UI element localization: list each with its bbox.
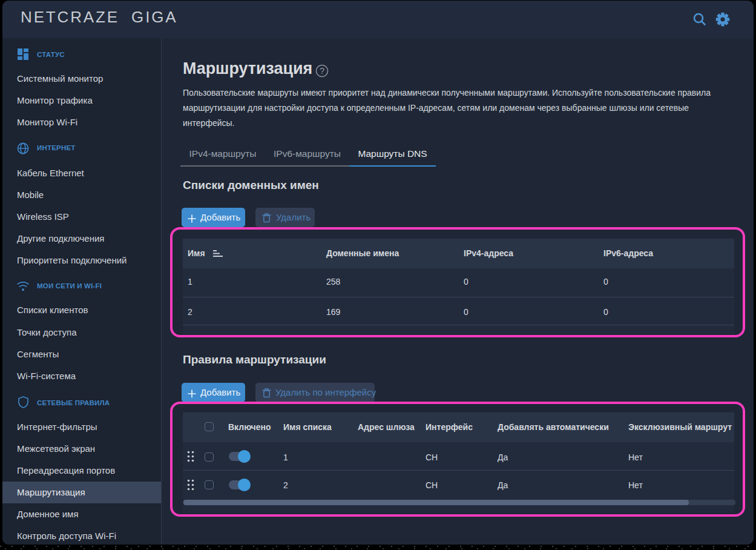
svg-text:?: ? xyxy=(320,66,324,76)
